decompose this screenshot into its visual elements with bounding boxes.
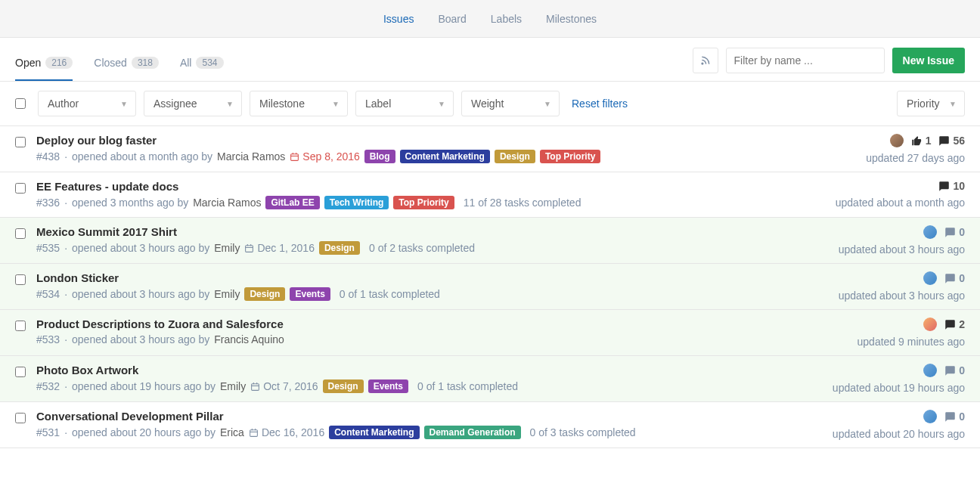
issue-side-top: 10 <box>938 180 965 192</box>
issue-author[interactable]: Emily <box>214 242 240 254</box>
issue-checkbox[interactable] <box>15 321 26 331</box>
weight-dropdown-label: Weight <box>471 98 504 110</box>
chevron-down-icon: ▼ <box>120 100 128 108</box>
issue-meta: #533·opened about 3 hours ago byFrancis … <box>36 333 788 345</box>
issue-milestone[interactable]: Oct 7, 2016 <box>250 380 318 392</box>
issue-checkbox[interactable] <box>15 367 26 377</box>
filter-row: Author ▼ Assignee ▼ Milestone ▼ Label ▼ … <box>0 82 980 126</box>
select-all-checkbox[interactable] <box>15 98 26 109</box>
comment-count[interactable]: 0 <box>944 364 965 376</box>
issue-label[interactable]: Blog <box>364 150 395 163</box>
calendar-icon <box>249 428 259 438</box>
nav-board[interactable]: Board <box>438 13 466 25</box>
comment-count[interactable]: 10 <box>938 180 965 192</box>
issue-checkbox[interactable] <box>15 228 26 239</box>
issue-label[interactable]: Tech Writing <box>324 196 389 209</box>
filter-input[interactable] <box>726 48 885 73</box>
comment-icon <box>944 273 956 284</box>
issue-side-top: 156 <box>890 134 965 147</box>
issue-title-link[interactable]: Mexico Summit 2017 Shirt <box>36 225 177 238</box>
milestone-dropdown[interactable]: Milestone ▼ <box>250 91 348 116</box>
issue-author[interactable]: Erica <box>220 426 244 438</box>
tab-open[interactable]: Open 216 <box>15 57 73 81</box>
issue-label[interactable]: Demand Generation <box>424 426 521 439</box>
assignee-avatar[interactable] <box>923 225 937 239</box>
issue-tasks: 11 of 28 tasks completed <box>464 197 581 209</box>
issue-author[interactable]: Emily <box>214 288 240 300</box>
issue-checkbox[interactable] <box>15 183 26 194</box>
nav-milestones[interactable]: Milestones <box>546 13 597 25</box>
issue-opened-text: opened about a month ago by <box>72 150 212 163</box>
issue-row: Conversational Development Pillar#531·op… <box>0 402 980 448</box>
assignee-dropdown[interactable]: Assignee ▼ <box>144 91 242 116</box>
issue-author[interactable]: Francis Aquino <box>214 333 284 345</box>
tab-all-label: All <box>180 57 192 69</box>
issue-side-top: 0 <box>923 364 965 377</box>
issue-opened-text: opened about 20 hours ago by <box>72 426 216 438</box>
assignee-avatar[interactable] <box>890 134 904 147</box>
issue-tasks: 0 of 1 task completed <box>340 288 440 300</box>
issue-author[interactable]: Marcia Ramos <box>217 150 285 163</box>
assignee-avatar[interactable] <box>923 317 937 331</box>
comment-count[interactable]: 56 <box>938 135 965 147</box>
issue-label[interactable]: Content Marketing <box>329 426 419 439</box>
issue-label[interactable]: GitLab EE <box>265 196 319 209</box>
assignee-dropdown-label: Assignee <box>154 98 197 110</box>
reset-filters-link[interactable]: Reset filters <box>572 98 628 110</box>
issue-label[interactable]: Events <box>368 379 408 393</box>
issue-label[interactable]: Design <box>319 241 360 255</box>
issue-main: Photo Box Artwork#532·opened about 19 ho… <box>36 364 788 393</box>
issue-row: EE Features - update docs#336·opened 3 m… <box>0 172 980 218</box>
new-issue-button[interactable]: New Issue <box>892 48 965 73</box>
svg-rect-5 <box>246 245 253 252</box>
issue-checkbox[interactable] <box>15 413 26 423</box>
issue-main: Product Descriptions to Zuora and Salesf… <box>36 317 788 345</box>
issue-author[interactable]: Emily <box>220 380 246 392</box>
issue-title-link[interactable]: EE Features - update docs <box>36 180 178 193</box>
issue-opened-text: opened about 3 hours ago by <box>72 333 209 345</box>
author-dropdown[interactable]: Author ▼ <box>38 91 136 116</box>
issue-checkbox[interactable] <box>15 137 26 147</box>
assignee-avatar[interactable] <box>923 271 937 285</box>
sort-dropdown[interactable]: Priority ▼ <box>897 91 965 116</box>
assignee-avatar[interactable] <box>923 410 937 423</box>
nav-labels[interactable]: Labels <box>491 13 522 25</box>
issue-title-link[interactable]: Conversational Development Pillar <box>36 410 224 423</box>
issue-title-link[interactable]: Product Descriptions to Zuora and Salesf… <box>36 317 284 330</box>
assignee-avatar[interactable] <box>923 364 937 377</box>
sub-header: Open 216 Closed 318 All 534 New Issue <box>0 38 980 82</box>
issue-label[interactable]: Top Priority <box>540 150 600 163</box>
issue-checkbox[interactable] <box>15 274 26 285</box>
issue-label[interactable]: Design <box>244 287 285 301</box>
comment-count[interactable]: 0 <box>944 226 965 238</box>
comment-count[interactable]: 0 <box>944 410 965 423</box>
issue-milestone[interactable]: Dec 16, 2016 <box>249 426 324 438</box>
comment-icon <box>944 411 956 423</box>
issue-label[interactable]: Design <box>323 379 364 393</box>
issue-author[interactable]: Marcia Ramos <box>193 197 261 209</box>
issue-meta: #531·opened about 20 hours ago byEricaDe… <box>36 426 788 439</box>
issue-title-link[interactable]: Deploy our blog faster <box>36 134 157 147</box>
issue-row: London Sticker#534·opened about 3 hours … <box>0 264 980 310</box>
label-dropdown[interactable]: Label ▼ <box>355 91 454 116</box>
issue-title-link[interactable]: London Sticker <box>36 271 119 284</box>
nav-issues[interactable]: Issues <box>383 13 414 25</box>
comment-count[interactable]: 0 <box>944 272 965 284</box>
issue-label[interactable]: Design <box>495 150 535 163</box>
rss-button[interactable] <box>693 48 718 73</box>
issue-label[interactable]: Events <box>290 287 330 301</box>
tab-all[interactable]: All 534 <box>180 57 224 81</box>
chevron-down-icon: ▼ <box>226 100 234 108</box>
issue-label[interactable]: Content Marketing <box>400 150 490 163</box>
issue-side: 2updated 9 minutes ago <box>799 317 965 348</box>
issue-title-link[interactable]: Photo Box Artwork <box>36 364 138 376</box>
issue-due-date: Sep 8, 2016 <box>290 150 360 163</box>
issue-milestone[interactable]: Dec 1, 2016 <box>244 242 315 254</box>
upvote-count[interactable]: 1 <box>911 135 932 147</box>
issue-meta: #535·opened about 3 hours ago byEmilyDec… <box>36 241 788 255</box>
tab-closed[interactable]: Closed 318 <box>94 57 159 81</box>
issue-label[interactable]: Top Priority <box>393 196 454 209</box>
issue-main: EE Features - update docs#336·opened 3 m… <box>36 180 788 209</box>
weight-dropdown[interactable]: Weight ▼ <box>461 91 560 116</box>
comment-count[interactable]: 2 <box>944 318 965 330</box>
